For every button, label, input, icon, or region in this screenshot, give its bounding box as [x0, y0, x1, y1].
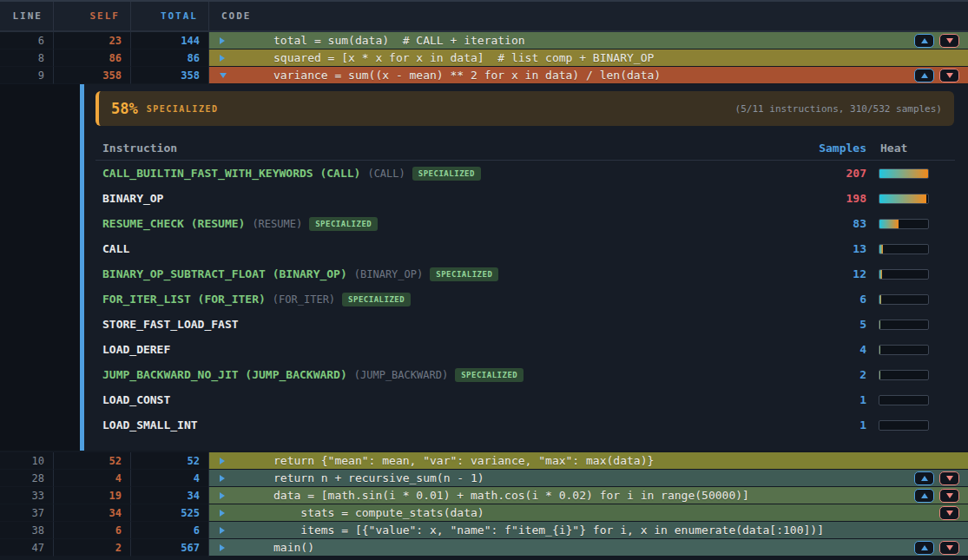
code-text: stats = compute_stats(data): [209, 506, 484, 519]
instruction-row: LOAD_CONST 1: [95, 387, 955, 412]
line-number: 28: [0, 470, 54, 487]
instruction-base-name: (RESUME): [252, 218, 302, 230]
self-samples: 52: [54, 452, 131, 470]
instruction-name-group: BINARY_OP_SUBTRACT_FLOAT (BINARY_OP) (BI…: [102, 267, 797, 281]
self-samples: 4: [54, 470, 131, 487]
total-samples: 6: [131, 522, 209, 539]
heat-bar-fill: [879, 245, 883, 254]
instruction-name-group: JUMP_BACKWARD_NO_JIT (JUMP_BACKWARD) (JU…: [102, 368, 797, 382]
instruction-samples: 13: [797, 242, 866, 255]
instruction-name-group: CALL_BUILTIN_FAST_WITH_KEYWORDS (CALL) (…: [102, 167, 797, 181]
code-text: return {"mean": mean, "var": variance, "…: [209, 454, 654, 467]
line-number: 10: [0, 452, 54, 470]
instruction-name-group: CALL: [102, 242, 797, 255]
instruction-row: CALL 13: [95, 236, 955, 261]
jump-down-button[interactable]: [939, 506, 959, 520]
code-line-row[interactable]: 38 6 6 items = [{"value": x, "name": f"i…: [0, 522, 968, 539]
code-cell[interactable]: total = sum(data) # CALL + iteration: [209, 32, 968, 49]
column-header-total[interactable]: TOTAL: [131, 2, 209, 30]
code-cell[interactable]: main(): [209, 539, 968, 557]
code-cell[interactable]: items = [{"value": x, "name": f"item_{i}…: [209, 522, 968, 539]
code-line-row[interactable]: 47 2 567 main(): [0, 539, 968, 557]
column-header-self[interactable]: SELF: [54, 2, 131, 30]
code-line-row[interactable]: 9 358 358 variance = sum((x - mean) ** 2…: [0, 67, 968, 84]
instruction-name: JUMP_BACKWARD_NO_JIT (JUMP_BACKWARD): [102, 368, 347, 381]
code-cell[interactable]: return {"mean": mean, "var": variance, "…: [209, 452, 968, 470]
code-text: main(): [209, 541, 314, 554]
total-samples: 358: [131, 67, 209, 84]
total-samples: 144: [131, 32, 209, 49]
instruction-column-header[interactable]: Instruction: [102, 142, 797, 155]
expand-arrow-icon[interactable]: [220, 492, 225, 499]
jump-down-button[interactable]: [939, 489, 959, 503]
instruction-name: CALL: [102, 242, 129, 255]
jump-up-button[interactable]: [914, 541, 934, 555]
code-cell[interactable]: squared = [x * x for x in data] # list c…: [209, 49, 968, 67]
instruction-name-group: STORE_FAST_LOAD_FAST: [102, 318, 797, 331]
jump-down-button[interactable]: [939, 34, 959, 48]
instruction-name: BINARY_OP_SUBTRACT_FLOAT (BINARY_OP): [102, 267, 347, 280]
down-arrow-icon: [946, 476, 953, 481]
self-samples: 34: [54, 504, 131, 522]
heat-bar: [879, 345, 929, 355]
code-line-row[interactable]: 33 19 34 data = [math.sin(i * 0.01) + ma…: [0, 487, 968, 504]
instruction-row: FOR_ITER_LIST (FOR_ITER) (FOR_ITER) SPEC…: [95, 287, 955, 312]
line-number: 6: [0, 32, 54, 49]
code-cell[interactable]: variance = sum((x - mean) ** 2 for x in …: [209, 67, 968, 84]
code-text: variance = sum((x - mean) ** 2 for x in …: [209, 69, 661, 82]
code-text: items = [{"value": x, "name": f"item_{i}…: [209, 524, 824, 537]
jump-down-button[interactable]: [939, 541, 959, 555]
instruction-name: RESUME_CHECK (RESUME): [102, 217, 245, 230]
top-code-rows: 6 23 144 total = sum(data) # CALL + iter…: [0, 32, 968, 84]
code-text: return n + recursive_sum(n - 1): [209, 471, 484, 484]
column-header-code[interactable]: CODE: [209, 2, 968, 30]
expand-arrow-icon[interactable]: [220, 37, 225, 44]
instruction-name: CALL_BUILTIN_FAST_WITH_KEYWORDS (CALL): [102, 167, 360, 180]
row-nav-buttons: [914, 471, 959, 485]
column-header-line[interactable]: LINE: [0, 2, 54, 30]
down-arrow-icon: [946, 493, 953, 498]
jump-up-button[interactable]: [914, 69, 934, 82]
expand-arrow-icon[interactable]: [220, 475, 225, 482]
total-samples: 86: [131, 49, 209, 67]
code-line-row[interactable]: 37 34 525 stats = compute_stats(data): [0, 504, 968, 522]
jump-up-button[interactable]: [914, 471, 934, 485]
code-cell[interactable]: stats = compute_stats(data): [209, 504, 968, 522]
jump-up-button[interactable]: [914, 489, 934, 503]
total-samples: 52: [131, 452, 209, 470]
code-line-row[interactable]: 6 23 144 total = sum(data) # CALL + iter…: [0, 32, 968, 49]
line-number: 9: [0, 67, 54, 84]
code-line-row[interactable]: 8 86 86 squared = [x * x for x in data] …: [0, 49, 968, 67]
down-arrow-icon: [946, 511, 953, 516]
instruction-row: BINARY_OP 198: [95, 186, 955, 211]
down-arrow-icon: [946, 38, 953, 43]
row-nav-buttons: [914, 34, 959, 48]
expand-arrow-icon[interactable]: [220, 527, 225, 534]
code-line-row[interactable]: 28 4 4 return n + recursive_sum(n - 1): [0, 470, 968, 487]
expand-arrow-icon[interactable]: [220, 55, 225, 62]
row-nav-buttons: [939, 506, 959, 520]
self-samples: 86: [54, 49, 131, 67]
code-line-row[interactable]: 10 52 52 return {"mean": mean, "var": va…: [0, 452, 968, 470]
up-arrow-icon: [921, 545, 928, 550]
expand-arrow-icon[interactable]: [220, 544, 225, 551]
up-arrow-icon: [921, 493, 928, 498]
instruction-name: LOAD_DEREF: [102, 343, 170, 356]
self-samples: 19: [54, 487, 131, 504]
samples-column-header[interactable]: Samples: [797, 142, 866, 155]
line-number: 37: [0, 504, 54, 522]
expand-arrow-icon[interactable]: [220, 510, 225, 517]
expand-arrow-icon[interactable]: [220, 73, 227, 78]
instruction-samples: 5: [797, 318, 866, 331]
code-cell[interactable]: return n + recursive_sum(n - 1): [209, 470, 968, 487]
code-cell[interactable]: data = [math.sin(i * 0.01) + math.cos(i …: [209, 487, 968, 504]
expand-arrow-icon[interactable]: [220, 458, 225, 464]
jump-down-button[interactable]: [939, 471, 959, 485]
jump-up-button[interactable]: [914, 34, 934, 48]
instruction-samples: 1: [797, 418, 866, 432]
instruction-base-name: (CALL): [367, 168, 405, 180]
instruction-name-group: FOR_ITER_LIST (FOR_ITER) (FOR_ITER) SPEC…: [102, 293, 797, 306]
jump-down-button[interactable]: [939, 69, 959, 82]
up-arrow-icon: [921, 38, 928, 43]
heat-column-header[interactable]: Heat: [879, 142, 929, 155]
